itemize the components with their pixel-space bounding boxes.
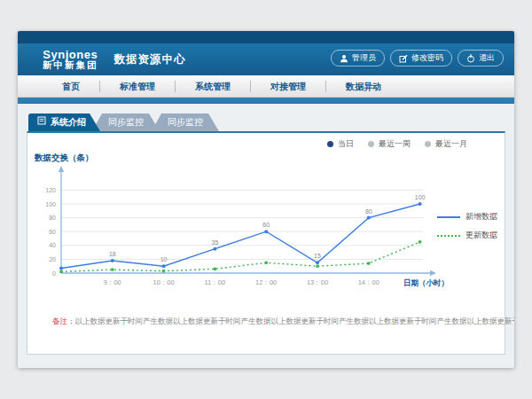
header-buttons: 管理员 修改密码 退出 [331,50,504,66]
nav-accent-strip [18,98,514,104]
nav-item-interface-mgmt[interactable]: 对接管理 [250,81,325,92]
tab-bar: 系统介绍 同步监控 同步监控 [28,113,505,131]
svg-text:10：00: 10：00 [153,278,175,286]
tab-sync-monitor-1[interactable]: 同步监控 [92,113,160,131]
svg-text:120: 120 [45,187,56,193]
nav-item-system-mgmt[interactable]: 系统管理 [175,81,250,92]
svg-text:80: 80 [365,208,372,215]
line-chart: 0204060801001209：0010：0011：0012：0013：001… [27,165,475,291]
svg-text:35: 35 [212,239,219,246]
logo-brand: Synjones [43,49,98,61]
svg-text:10: 10 [160,256,168,262]
svg-text:9：00: 9：00 [104,278,121,286]
legend-new-data-label: 新增数据 [466,211,497,223]
radio-unselected-icon [368,141,374,147]
svg-text:13：00: 13：00 [307,278,328,286]
svg-text:11：00: 11：00 [205,278,226,286]
nav-item-standard-mgmt[interactable]: 标准管理 [99,81,175,92]
change-password-label: 修改密码 [411,52,443,64]
y-axis-title: 数据交换（条） [35,153,94,164]
logo-company: 新中新集团 [43,60,98,70]
time-range-filter: 当日 最近一周 最近一月 [327,138,467,150]
legend-updated-data-label: 更新数据 [466,230,497,241]
dotted-line-swatch [437,235,460,237]
nav-item-home[interactable]: 首页 [43,81,99,92]
radio-selected-icon [327,141,333,147]
svg-text:12：00: 12：00 [255,278,277,286]
footnote: 备注：以上数据更新于时间产生数据以上数据更新于时间产生数据以上数据更新于时间产生… [52,317,514,327]
edit-icon [399,54,408,63]
radio-last-month-label: 最近一月 [435,138,467,150]
tab-sync-monitor-1-label: 同步监控 [108,113,144,131]
admin-user-label: 管理员 [352,52,376,64]
svg-text:40: 40 [49,242,56,248]
svg-text:60: 60 [49,229,56,235]
user-icon [340,54,348,63]
svg-text:80: 80 [49,215,56,221]
radio-unselected-icon [425,141,431,147]
main-nav: 首页 标准管理 系统管理 对接管理 数据异动 [18,75,514,98]
radio-today[interactable]: 当日 [327,138,354,150]
company-logo: Synjones 新中新集团 [43,49,98,71]
tab-sync-monitor-2-label: 同步监控 [168,113,203,131]
svg-text:0: 0 [52,270,56,277]
change-password-button[interactable]: 修改密码 [390,50,452,66]
document-icon [37,113,46,131]
svg-text:100: 100 [45,201,56,207]
radio-last-week-label: 最近一周 [379,138,411,150]
tab-system-intro-label: 系统介绍 [51,113,86,131]
tab-sync-monitor-2[interactable]: 同步监控 [152,113,219,131]
svg-text:100: 100 [415,194,426,200]
footnote-text: 以上数据更新于时间产生数据以上数据更新于时间产生数据以上数据更新于时间产生数据以… [75,317,515,325]
radio-last-month[interactable]: 最近一月 [425,138,467,150]
legend-updated-data: 更新数据 [437,226,497,245]
header-bar: Synjones 新中新集团 数据资源中心 管理员 修改密码 退出 [18,43,514,75]
app-window: Synjones 新中新集团 数据资源中心 管理员 修改密码 退出 [18,31,514,368]
power-icon [466,54,475,63]
svg-text:15: 15 [314,253,321,259]
svg-text:20: 20 [49,256,56,262]
nav-item-data-change[interactable]: 数据异动 [325,81,401,92]
legend-new-data: 新增数据 [437,207,497,226]
admin-user-button[interactable]: 管理员 [331,50,385,66]
chart-panel: 当日 最近一周 最近一月 数据交换（条） 0204060801001209：00… [27,131,505,355]
solid-line-swatch [437,216,460,218]
svg-text:日期（小时）: 日期（小时） [403,278,449,287]
chart-legend: 新增数据 更新数据 [437,207,497,245]
radio-last-week[interactable]: 最近一周 [368,138,411,150]
page-title: 数据资源中心 [114,52,186,67]
footnote-prefix: 备注： [52,317,75,325]
logout-button[interactable]: 退出 [458,50,504,66]
svg-text:18: 18 [109,251,116,257]
svg-text:14：00: 14：00 [358,278,379,286]
logout-label: 退出 [479,52,495,64]
tab-system-intro[interactable]: 系统介绍 [28,113,100,131]
content-area: 系统介绍 同步监控 同步监控 当日 最近一周 [18,104,514,355]
top-strip [18,31,514,43]
svg-text:60: 60 [262,222,270,228]
radio-today-label: 当日 [338,138,354,150]
